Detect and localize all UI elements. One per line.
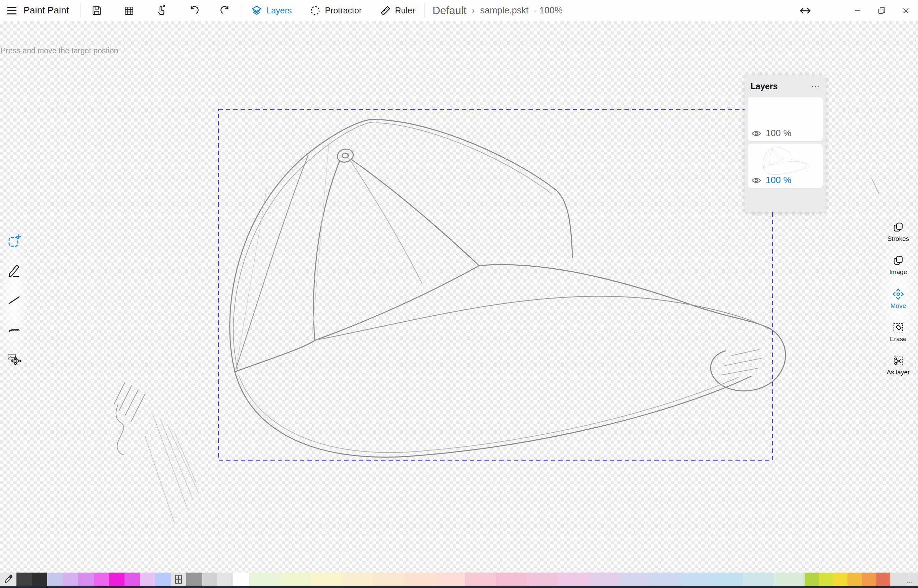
color-swatch[interactable] [805,573,819,586]
move-image-tool[interactable] [6,352,22,367]
titlebar: Paint Paint [0,0,918,21]
color-swatch[interactable] [155,573,171,586]
color-swatch[interactable] [32,573,47,586]
bottom-edge-strip [0,586,918,588]
color-swatch[interactable] [819,573,833,586]
redo-button[interactable] [209,0,242,21]
minimize-icon [853,6,863,16]
color-swatch[interactable] [847,573,861,586]
color-swatch[interactable] [558,573,588,586]
color-swatch[interactable] [233,573,249,586]
eyedropper-button[interactable] [0,573,16,586]
line-tool[interactable] [6,292,22,308]
minimize-button[interactable] [845,0,870,21]
layers-panel-title: Layers [751,81,778,91]
color-swatch[interactable] [403,573,434,586]
restore-icon [877,6,887,16]
palette-more-button[interactable]: · ⋯ [890,573,918,586]
save-button[interactable] [81,0,113,21]
color-swatch[interactable] [47,573,63,586]
color-swatch[interactable] [465,573,496,586]
freehand-tool[interactable] [6,322,22,338]
layers-panel: Layers ⋯ 100 % 100 % [745,75,826,212]
erase-tool[interactable]: Erase [890,321,907,343]
move-tool[interactable]: Move [891,288,906,310]
select-marquee-tool[interactable] [6,233,22,249]
color-swatch[interactable] [341,573,372,586]
pencil-icon [6,263,22,278]
layer-item-2[interactable]: 100 % [748,144,823,188]
restore-button[interactable] [870,0,894,21]
layers-panel-menu-button[interactable]: ⋯ [811,85,820,88]
left-toolbar [0,228,28,373]
erase-tool-label: Erase [890,335,907,343]
color-swatch[interactable] [434,573,465,586]
color-swatch[interactable] [527,573,558,586]
as-layer-tool-label: As layer [887,368,910,376]
save-icon [91,5,102,16]
color-swatch[interactable] [774,573,805,586]
copy-strokes-icon [892,221,904,233]
strokes-tool[interactable]: Strokes [887,221,909,242]
move-tool-label: Move [891,302,906,310]
color-swatch[interactable] [650,573,681,586]
undo-button[interactable] [177,0,209,21]
color-swatch[interactable] [876,573,890,586]
protractor-toggle-label: Protractor [325,6,362,15]
ruler-toggle[interactable]: Ruler [371,0,424,21]
color-swatch[interactable] [124,573,140,586]
layer-thumbnail-cap-sketch [752,145,819,177]
palette-grid-button[interactable] [171,573,186,586]
layer-opacity-label: 100 % [766,175,792,186]
touch-input-button[interactable] [145,0,177,21]
color-swatch[interactable] [588,573,619,586]
touch-input-icon [155,5,167,16]
color-palette: · ⋯ [0,573,918,586]
color-swatch[interactable] [743,573,774,586]
color-swatch[interactable] [186,573,202,586]
color-swatch[interactable] [372,573,403,586]
color-swatch[interactable] [619,573,650,586]
layers-toggle-label: Layers [267,6,292,15]
palette-more-label: ⋯ [906,578,913,586]
breadcrumb: Default › sample.pskt - 100% [424,4,563,17]
layer-visibility-icon[interactable] [751,176,762,184]
color-swatch[interactable] [109,573,124,586]
color-swatch[interactable] [681,573,712,586]
color-swatch[interactable] [140,573,155,586]
pencil-tool[interactable] [6,263,22,278]
color-swatch[interactable] [94,573,109,586]
color-swatch[interactable] [280,573,311,586]
color-swatch[interactable] [217,573,233,586]
copy-image-icon [892,255,904,267]
layer-visibility-icon[interactable] [751,129,762,137]
ruler-toggle-label: Ruler [395,6,415,15]
color-swatch[interactable] [249,573,280,586]
hamburger-menu-button[interactable] [0,0,24,21]
color-swatch[interactable] [63,573,78,586]
image-tool[interactable]: Image [889,255,907,276]
layers-toggle[interactable]: Layers [242,0,301,21]
protractor-toggle[interactable]: Protractor [301,0,371,21]
color-swatch[interactable] [712,573,743,586]
close-button[interactable] [894,0,918,21]
undo-icon [188,5,199,16]
resize-width-button[interactable] [793,0,817,21]
as-layer-tool[interactable]: As layer [887,355,910,376]
grid-button[interactable] [113,0,145,21]
breadcrumb-root[interactable]: Default [433,4,466,17]
close-icon [901,6,911,16]
line-icon [6,292,22,308]
color-swatch[interactable] [861,573,876,586]
right-toolbar: Strokes Image Move Erase As l [878,217,918,380]
color-swatch[interactable] [833,573,847,586]
color-swatch[interactable] [78,573,94,586]
color-swatch[interactable] [16,573,32,586]
color-swatch[interactable] [496,573,527,586]
cut-as-layer-icon [892,355,904,367]
color-swatch[interactable] [202,573,217,586]
layer-item-1[interactable]: 100 % [748,97,823,141]
redo-icon [220,5,231,16]
app-title: Paint Paint [24,5,69,16]
color-swatch[interactable] [311,573,341,586]
